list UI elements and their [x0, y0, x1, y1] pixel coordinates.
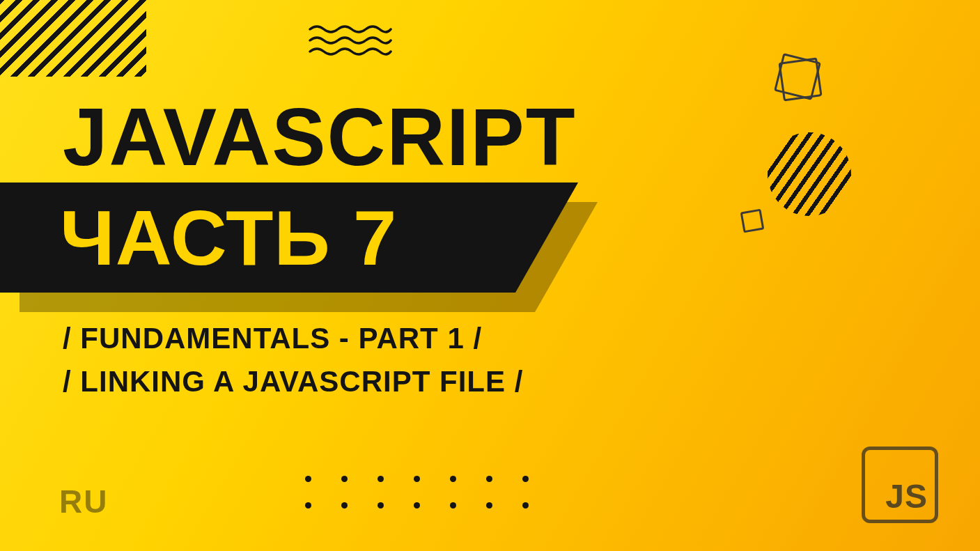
subtitle-line-1: / FUNDAMENTALS - PART 1 / — [63, 322, 482, 355]
language-label: RU — [59, 483, 108, 520]
part-band: ЧАСТЬ 7 — [0, 183, 578, 293]
part-label: ЧАСТЬ 7 — [0, 193, 397, 283]
main-title: JAVASCRIPT — [63, 91, 577, 184]
js-logo-text: JS — [885, 477, 928, 515]
hatch-circle-decoration — [768, 132, 851, 216]
waves-icon — [309, 24, 392, 59]
hatch-pattern-top-left — [0, 0, 146, 77]
js-logo-badge: JS — [862, 447, 938, 523]
subtitle-line-2: / LINKING A JAVASCRIPT FILE / — [63, 365, 523, 398]
small-square-decoration — [740, 209, 765, 233]
dot-grid-decoration — [305, 476, 529, 509]
